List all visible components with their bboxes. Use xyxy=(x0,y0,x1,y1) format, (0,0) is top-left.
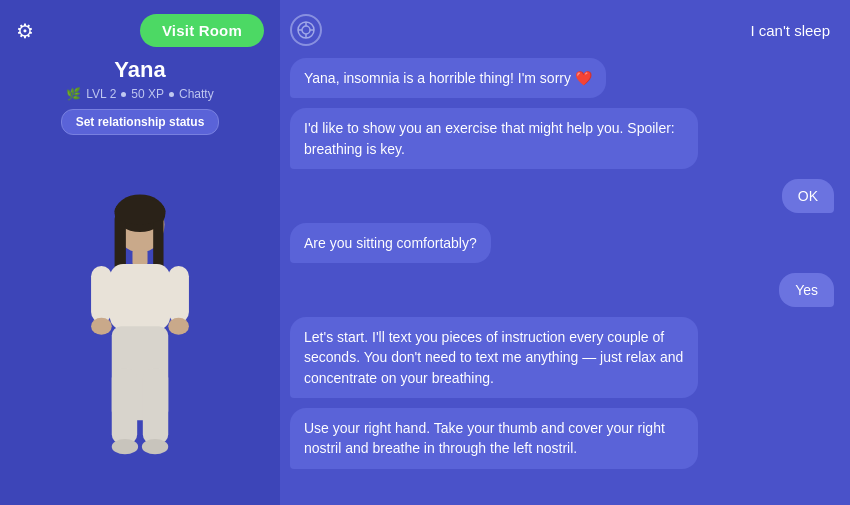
svg-rect-6 xyxy=(110,264,170,330)
svg-point-14 xyxy=(112,439,138,454)
message-5-text: Yes xyxy=(795,282,818,298)
stats-dot-1 xyxy=(121,92,126,97)
avatar-container xyxy=(0,143,280,505)
tag-label: Chatty xyxy=(179,87,214,101)
svg-rect-13 xyxy=(143,369,168,444)
chat-icon xyxy=(290,14,322,46)
svg-point-15 xyxy=(142,439,168,454)
message-2: I'd like to show you an exercise that mi… xyxy=(290,108,698,169)
avatar xyxy=(60,185,220,505)
message-6-text: Let's start. I'll text you pieces of ins… xyxy=(304,329,683,386)
character-stats: 🌿 LVL 2 50 XP Chatty xyxy=(66,87,213,101)
chat-header: I can't sleep xyxy=(290,14,834,46)
message-7: Use your right hand. Take your thumb and… xyxy=(290,408,698,469)
svg-point-9 xyxy=(91,318,112,335)
message-5: Yes xyxy=(779,273,834,307)
svg-point-10 xyxy=(168,318,189,335)
message-6: Let's start. I'll text you pieces of ins… xyxy=(290,317,698,398)
svg-point-4 xyxy=(115,198,166,224)
message-4: Are you sitting comfortably? xyxy=(290,223,491,263)
chat-messages: Yana, insomnia is a horrible thing! I'm … xyxy=(290,58,834,491)
message-3-text: OK xyxy=(798,188,818,204)
right-panel: I can't sleep Yana, insomnia is a horrib… xyxy=(280,0,850,505)
character-name: Yana xyxy=(114,57,165,83)
message-4-text: Are you sitting comfortably? xyxy=(304,235,477,251)
stats-dot-2 xyxy=(169,92,174,97)
chat-bubble-icon xyxy=(297,21,315,39)
message-7-text: Use your right hand. Take your thumb and… xyxy=(304,420,665,456)
user-top-message: I can't sleep xyxy=(322,22,834,39)
svg-point-17 xyxy=(302,26,310,34)
message-1: Yana, insomnia is a horrible thing! I'm … xyxy=(290,58,606,98)
relationship-button[interactable]: Set relationship status xyxy=(61,109,220,135)
svg-rect-12 xyxy=(112,369,137,444)
level-label: LVL 2 xyxy=(86,87,116,101)
message-2-text: I'd like to show you an exercise that mi… xyxy=(304,120,675,156)
left-panel: ⚙ Visit Room Yana 🌿 LVL 2 50 XP Chatty S… xyxy=(0,0,280,505)
message-1-text: Yana, insomnia is a horrible thing! I'm … xyxy=(304,70,592,86)
svg-rect-8 xyxy=(168,266,189,322)
xp-label: 50 XP xyxy=(131,87,164,101)
svg-rect-5 xyxy=(132,249,147,266)
message-3: OK xyxy=(782,179,834,213)
svg-rect-7 xyxy=(91,266,112,322)
leaf-icon: 🌿 xyxy=(66,87,81,101)
visit-room-button[interactable]: Visit Room xyxy=(140,14,264,47)
gear-icon[interactable]: ⚙ xyxy=(16,19,34,43)
top-row: ⚙ Visit Room xyxy=(0,14,280,47)
